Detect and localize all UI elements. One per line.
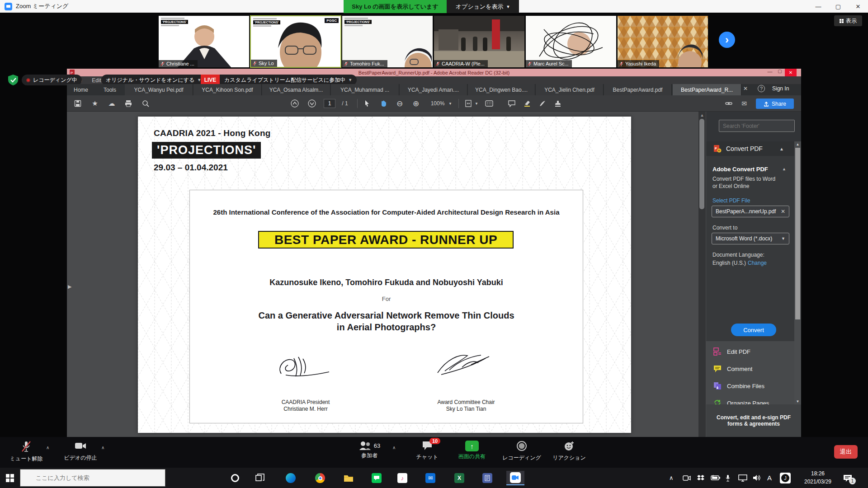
- zoom-level-value[interactable]: 100%: [428, 98, 448, 109]
- share-screen-button[interactable]: ↑ 画面の共有: [450, 441, 494, 460]
- tray-app-badge[interactable]: J: [780, 468, 791, 488]
- unmute-button[interactable]: ミュート解除: [8, 441, 44, 463]
- highlight-tool-icon[interactable]: [522, 98, 533, 109]
- participant-video-marc-aurel[interactable]: Marc Aurel Sc...: [525, 15, 617, 68]
- taskbar-app-mail[interactable]: ✉: [423, 471, 438, 485]
- mic-options-chevron[interactable]: ∧: [46, 445, 49, 450]
- fit-dropdown-icon[interactable]: ▼: [474, 98, 479, 109]
- taskbar-app-browser-o[interactable]: [228, 471, 242, 485]
- next-page-icon[interactable]: [307, 98, 317, 109]
- taskbar-clock[interactable]: 18:26 2021/03/29: [802, 469, 834, 486]
- tab-document[interactable]: YCA_Jayedi Aman....: [400, 84, 467, 95]
- video-options-chevron[interactable]: ∧: [101, 445, 104, 450]
- panel-scrollbar[interactable]: ▲ ▼: [794, 141, 801, 404]
- taskbar-app-messenger[interactable]: [369, 471, 384, 485]
- participants-chevron[interactable]: ∧: [392, 445, 396, 450]
- tab-document[interactable]: YCA_Kihoon Son.pdf: [193, 84, 262, 95]
- left-panel-expand-icon[interactable]: ▶: [68, 284, 71, 290]
- clear-file-icon[interactable]: ✕: [781, 208, 785, 215]
- comment-tool-icon[interactable]: [506, 98, 517, 109]
- security-shield-icon[interactable]: [7, 74, 19, 86]
- recording-button[interactable]: レコーディング: [499, 441, 544, 462]
- tab-document[interactable]: YCA_Dingwen Bao....: [468, 84, 535, 95]
- close-button[interactable]: ✕: [848, 0, 868, 13]
- tool-combine-files[interactable]: Combine Files: [706, 377, 794, 394]
- help-icon[interactable]: ?: [758, 85, 765, 92]
- participant-video-tomohiro[interactable]: 'PROJECTIONS' Tomohiro Fuk...: [342, 15, 433, 68]
- tray-expand-chevron[interactable]: ∧: [669, 468, 674, 488]
- hand-tool-icon[interactable]: [378, 98, 389, 109]
- zoom-in-icon[interactable]: ⊕: [410, 98, 421, 109]
- scroll-up-icon[interactable]: ▲: [698, 113, 706, 117]
- taskbar-app-excel[interactable]: X: [452, 471, 467, 485]
- taskbar-app-notes[interactable]: [480, 471, 495, 485]
- stamp-tool-icon[interactable]: [552, 98, 563, 109]
- tab-document[interactable]: YCA_Muhammad ...: [331, 84, 399, 95]
- show-options-button[interactable]: オプションを表示 ▼: [447, 0, 519, 13]
- taskbar-app-edge[interactable]: [283, 471, 298, 485]
- tab-home[interactable]: Home: [68, 84, 94, 95]
- participant-video-yasushi[interactable]: Yasushi Ikeda: [617, 15, 708, 68]
- menu-edit[interactable]: Edit: [92, 77, 101, 84]
- reactions-button[interactable]: リアクション: [550, 441, 589, 462]
- cloud-upload-icon[interactable]: ☁: [106, 98, 117, 109]
- next-participants-button[interactable]: ›: [719, 32, 735, 48]
- change-language-link[interactable]: Change: [748, 260, 767, 266]
- start-button[interactable]: [3, 471, 17, 485]
- taskbar-app-zoom-active[interactable]: [506, 471, 524, 485]
- tool-organize-pages[interactable]: Organize Pages: [706, 394, 794, 404]
- link-share-icon[interactable]: [723, 98, 734, 109]
- maximize-button[interactable]: ▢: [828, 0, 848, 13]
- taskbar-search-input[interactable]: [20, 469, 165, 487]
- fill-sign-pen-icon[interactable]: [537, 98, 548, 109]
- acrobat-close-button[interactable]: ✕: [785, 69, 797, 76]
- acrobat-minimize-button[interactable]: —: [765, 69, 775, 76]
- participant-video-sky-lo[interactable]: 'PROJECTIONS' PGSC Sky Lo: [250, 15, 341, 68]
- tab-document[interactable]: BestPaperAward.pdf: [604, 84, 672, 95]
- tool-edit-pdf[interactable]: Edit PDF: [706, 343, 794, 360]
- task-view-button[interactable]: [253, 471, 267, 485]
- format-select[interactable]: Microsoft Word (*.docx) ▼: [712, 233, 789, 244]
- minimize-button[interactable]: —: [808, 0, 828, 13]
- tab-tools[interactable]: Tools: [97, 84, 123, 95]
- chat-button[interactable]: チャット 10: [411, 441, 443, 461]
- tab-document-active[interactable]: BestPaperAward_R...: [673, 84, 741, 95]
- taskbar-app-file-explorer[interactable]: [341, 471, 356, 485]
- selected-file-field[interactable]: BestPaperA...nnerUp.pdf ✕: [712, 206, 789, 217]
- close-tab-icon[interactable]: ✕: [743, 85, 748, 92]
- tab-document[interactable]: YCA_Wanyu Pei.pdf: [125, 84, 193, 95]
- collapse-icon[interactable]: ▲: [779, 146, 784, 151]
- print-icon[interactable]: [123, 98, 134, 109]
- taskbar-app-music[interactable]: ♪: [395, 471, 410, 485]
- scrollbar-thumb[interactable]: [699, 119, 704, 209]
- tool-comment[interactable]: Comment: [706, 360, 794, 377]
- taskbar-app-chrome[interactable]: [313, 471, 327, 485]
- stop-video-button[interactable]: ビデオの停止: [61, 441, 99, 462]
- previous-page-icon[interactable]: [289, 98, 300, 109]
- tray-battery-icon[interactable]: [711, 468, 721, 488]
- notification-center-button[interactable]: 1: [843, 468, 853, 488]
- convert-pdf-header[interactable]: P Convert PDF ▲: [706, 141, 794, 156]
- tray-volume-icon[interactable]: [753, 468, 761, 488]
- page-number-input[interactable]: [324, 99, 335, 108]
- tray-camera-icon[interactable]: [683, 468, 691, 488]
- page-display-icon[interactable]: [484, 98, 495, 109]
- participant-video-caadria-w[interactable]: CAADRIA-W (Ple...: [434, 15, 525, 68]
- tray-display-icon[interactable]: [738, 468, 747, 488]
- panel-search-input[interactable]: [719, 120, 795, 132]
- select-tool-icon[interactable]: [362, 98, 373, 109]
- participant-video-christiane[interactable]: 'PROJECTIONS' Christiane ...: [158, 15, 250, 68]
- leave-meeting-button[interactable]: 退出: [834, 445, 858, 459]
- tab-document[interactable]: YCA_Jielin Chen.pdf: [536, 84, 604, 95]
- select-pdf-file-link[interactable]: Select PDF File: [712, 197, 750, 204]
- fit-page-icon[interactable]: [463, 98, 474, 109]
- star-favorites-icon[interactable]: ★: [90, 98, 100, 109]
- scroll-down-icon[interactable]: ▼: [794, 399, 801, 404]
- collapse-icon[interactable]: ▲: [782, 167, 786, 171]
- zoom-dropdown-icon[interactable]: ▼: [448, 98, 453, 109]
- document-scrollbar[interactable]: ▲: [698, 112, 706, 437]
- tray-ime-indicator[interactable]: A: [767, 468, 772, 488]
- save-icon[interactable]: [72, 98, 83, 109]
- tray-dropbox-icon[interactable]: [697, 468, 705, 488]
- share-button[interactable]: Share: [756, 99, 794, 109]
